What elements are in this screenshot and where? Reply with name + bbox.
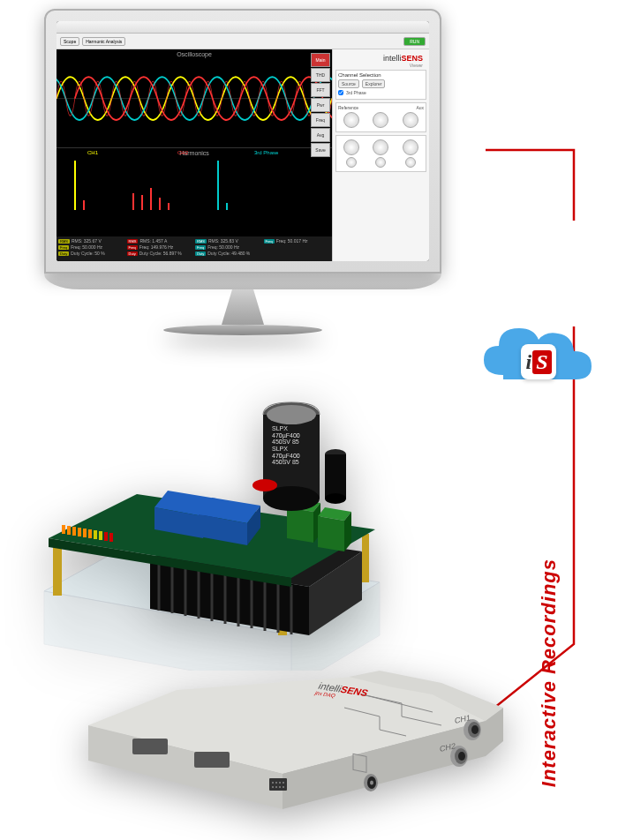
- waveform-plot: [57, 49, 332, 147]
- side-tab-main[interactable]: Main: [311, 53, 330, 67]
- oscilloscope-title: Oscilloscope: [177, 51, 212, 57]
- svg-rect-50: [94, 530, 97, 539]
- side-tab-freq[interactable]: Freq: [311, 113, 330, 127]
- svg-point-77: [370, 781, 373, 785]
- monitor-stand: [207, 289, 278, 325]
- pcb-hardware-device: SLPX 470µF400 450SV 85 SLPX 470µF400 450…: [26, 388, 397, 671]
- computer-monitor: Scope Harmonic Analysis RUN Oscilloscope: [44, 9, 441, 344]
- oscilloscope-pane: Oscilloscope: [57, 49, 332, 148]
- svg-point-61: [272, 782, 274, 784]
- svg-rect-51: [99, 531, 102, 540]
- knob-s2[interactable]: [375, 157, 386, 168]
- cloud-brand-badge: iS: [521, 344, 556, 379]
- vertical-panel: [335, 135, 426, 172]
- svg-rect-44: [62, 525, 65, 534]
- cloud-icon-group: iS: [477, 318, 600, 406]
- side-tab-fft[interactable]: FFT: [311, 83, 330, 97]
- svg-rect-52: [104, 532, 108, 541]
- knob-s1[interactable]: [346, 157, 357, 168]
- explorer-button[interactable]: Explorer: [362, 79, 386, 88]
- channel-selection-panel: Channel Selection Source Explorer 3rd Ph…: [335, 70, 426, 100]
- svg-point-71: [471, 725, 479, 734]
- measurement-readout: RMSRMS: 325.67 V FreqFreq: 50.000 Hz Dut…: [57, 236, 332, 261]
- svg-marker-34: [318, 516, 344, 551]
- svg-rect-46: [72, 527, 76, 536]
- svg-rect-41: [325, 454, 346, 499]
- third-phase-checkbox[interactable]: [338, 90, 343, 95]
- side-tab-avg[interactable]: Avg: [311, 128, 330, 142]
- svg-point-67: [279, 786, 281, 788]
- harmonics-ch1-label: CH1: [87, 150, 98, 155]
- software-screenshot: Scope Harmonic Analysis RUN Oscilloscope: [57, 21, 429, 261]
- toolbar-tab-scope[interactable]: Scope: [60, 37, 79, 46]
- svg-marker-31: [287, 507, 313, 543]
- knob-s3[interactable]: [405, 157, 416, 168]
- svg-rect-4: [53, 543, 62, 596]
- knob-v2[interactable]: [373, 139, 388, 155]
- svg-point-68: [283, 786, 284, 788]
- badge-letter-i: i: [525, 350, 531, 374]
- svg-rect-60: [269, 778, 287, 791]
- svg-rect-6: [362, 534, 369, 582]
- svg-rect-47: [78, 528, 81, 536]
- svg-point-74: [458, 752, 465, 761]
- svg-point-42: [325, 493, 346, 504]
- svg-point-66: [275, 786, 277, 788]
- daq-hardware-device: intelliSENS jnx DAQ CH1 CH2: [53, 646, 512, 822]
- svg-point-43: [252, 479, 277, 491]
- harmonics-ch2-label: CH2: [177, 150, 188, 155]
- run-button[interactable]: RUN: [403, 37, 426, 46]
- side-tab-pwr[interactable]: Pwr: [311, 98, 330, 112]
- monitor-foot: [163, 325, 322, 335]
- software-main-area: Oscilloscope Harmonics CH1: [57, 49, 429, 261]
- svg-point-62: [275, 782, 277, 784]
- plot-area: Oscilloscope Harmonics CH1: [57, 49, 332, 261]
- svg-rect-48: [83, 529, 87, 537]
- svg-rect-45: [67, 526, 71, 535]
- window-titlebar: [57, 21, 429, 34]
- knob-aux[interactable]: [373, 112, 388, 128]
- control-panel: intelliSENS Viewer Channel Selection Sou…: [332, 49, 429, 261]
- svg-rect-59: [194, 752, 230, 768]
- interactive-recordings-label: Interactive Recordings: [538, 559, 561, 787]
- toolbar-tab-harmonic[interactable]: Harmonic Analysis: [82, 37, 125, 46]
- svg-rect-53: [109, 533, 113, 542]
- software-brand: intelliSENS Viewer: [335, 52, 426, 70]
- harmonics-ch3-label: 3rd Phase: [254, 150, 278, 155]
- knob-v3[interactable]: [403, 139, 418, 155]
- knob-reference[interactable]: [343, 112, 359, 128]
- monitor-bezel: Scope Harmonic Analysis RUN Oscilloscope: [44, 9, 441, 274]
- knob-v1[interactable]: [343, 139, 359, 155]
- side-tab-thd[interactable]: THD: [311, 68, 330, 82]
- capacitor-label: SLPX 470µF400 450SV 85 SLPX 470µF400 450…: [272, 425, 300, 466]
- monitor-chin: [44, 274, 441, 289]
- svg-rect-49: [88, 529, 92, 538]
- knob-3[interactable]: [403, 112, 418, 128]
- source-button[interactable]: Source: [338, 79, 359, 88]
- svg-point-65: [272, 786, 274, 788]
- side-tab-strip: Main THD FFT Pwr Freq Avg Save: [311, 53, 330, 157]
- svg-point-39: [267, 405, 316, 424]
- svg-point-64: [283, 782, 284, 784]
- badge-letter-s: S: [532, 350, 551, 374]
- side-tab-save[interactable]: Save: [311, 143, 330, 157]
- harmonics-pane: Harmonics CH1 CH2 3rd Phase: [57, 148, 332, 236]
- horizontal-panel: Reference Aux: [335, 102, 426, 132]
- svg-rect-58: [132, 739, 168, 754]
- svg-point-63: [279, 782, 281, 784]
- harmonics-bars: [57, 161, 332, 210]
- software-toolbar: Scope Harmonic Analysis RUN: [57, 34, 429, 49]
- harmonics-channel-labels: CH1 CH2 3rd Phase: [57, 150, 332, 155]
